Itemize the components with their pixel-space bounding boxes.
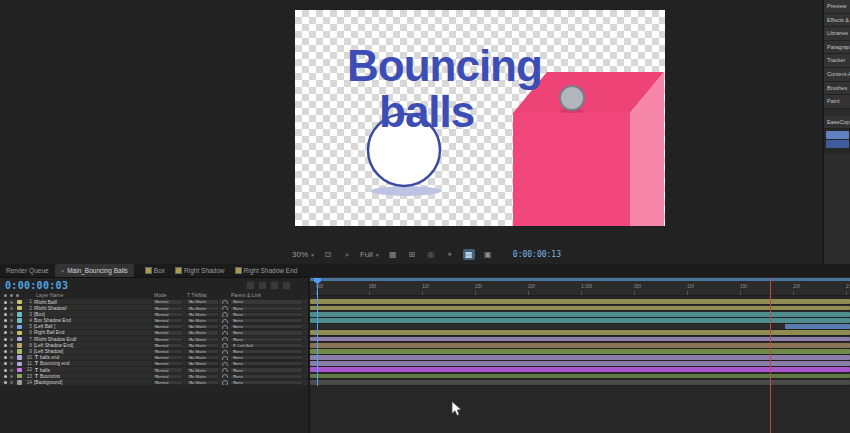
fit-icon[interactable]: ⊡ [322, 249, 334, 260]
layer-name[interactable]: [Left Shadow] [34, 349, 63, 354]
eye-icon[interactable] [4, 313, 7, 316]
panel-tab-content-aw[interactable]: Content-Aw [824, 68, 850, 82]
mask-visibility-icon[interactable]: ◎ [425, 249, 437, 260]
layer-duration-bar[interactable] [785, 324, 850, 329]
parent-dropdown[interactable]: None▼ [230, 306, 303, 311]
lock-icon[interactable] [10, 356, 13, 359]
lock-icon[interactable] [10, 350, 13, 353]
layer-name[interactable]: Right Ball End [34, 330, 64, 335]
layer-name[interactable]: [Right Shadow] [34, 306, 67, 311]
lock-icon[interactable] [10, 338, 13, 341]
lock-icon[interactable] [10, 325, 13, 328]
mode-dropdown[interactable]: Normal▼ [152, 337, 183, 342]
lock-icon[interactable] [10, 375, 13, 378]
comp-tab-box[interactable]: Box [140, 264, 170, 277]
eye-icon[interactable] [4, 338, 7, 341]
resolution-select[interactable]: Full▼ [360, 250, 380, 259]
easecopy-button[interactable] [826, 140, 849, 148]
layer-name[interactable]: [Right Shadow End] [34, 337, 76, 342]
trkmat-dropdown[interactable]: No Matte▼ [186, 343, 219, 348]
trkmat-dropdown[interactable]: No Matte▼ [186, 337, 219, 342]
layer-label-swatch[interactable] [17, 355, 22, 360]
layer-name[interactable]: [Right Ball] [34, 300, 57, 305]
eye-icon[interactable] [4, 325, 7, 328]
camera-icon[interactable]: ▣ [482, 249, 494, 260]
eye-icon[interactable] [4, 307, 7, 310]
layer-duration-bar[interactable] [310, 337, 850, 342]
layer-duration-bar[interactable] [310, 318, 850, 323]
lock-icon[interactable] [10, 381, 13, 384]
layer-label-swatch[interactable] [17, 343, 22, 348]
eye-icon[interactable] [4, 356, 7, 359]
guides-icon[interactable]: ⊞ [406, 249, 418, 260]
mode-dropdown[interactable]: Normal▼ [152, 361, 183, 366]
parent-header[interactable]: Parent & Link [231, 292, 261, 298]
tab-render-queue[interactable]: Render Queue [0, 264, 55, 277]
current-timecode[interactable]: 0:00:00:03 [5, 280, 68, 291]
layer-row-background[interactable]: 14[Background]Normal▼No Matte▼None▼ [0, 379, 308, 385]
lock-icon[interactable] [10, 369, 13, 372]
layer-duration-bar[interactable] [310, 349, 850, 354]
mode-dropdown[interactable]: Normal▼ [152, 318, 183, 323]
layer-name[interactable]: balls [40, 368, 50, 373]
layer-name[interactable]: [Background] [34, 380, 62, 385]
composition-viewport[interactable]: Bouncing balls [295, 10, 665, 226]
layer-duration-bar[interactable] [310, 306, 850, 311]
layer-label-swatch[interactable] [17, 331, 22, 336]
layer-label-swatch[interactable] [17, 349, 22, 354]
layer-name[interactable]: Box Shadow End [34, 318, 71, 323]
trkmat-dropdown[interactable]: No Matte▼ [186, 367, 219, 372]
layer-duration-bar[interactable] [310, 330, 850, 335]
eye-icon[interactable] [4, 369, 7, 372]
layer-duration-bar[interactable] [310, 312, 850, 317]
zoom-select[interactable]: 30%▼ [292, 250, 315, 259]
trkmat-dropdown[interactable]: No Matte▼ [186, 330, 219, 335]
mode-dropdown[interactable]: Normal▼ [152, 367, 183, 372]
region-of-interest-icon[interactable]: ⌖ [444, 249, 456, 260]
layer-duration-bar[interactable] [310, 374, 850, 379]
time-ruler[interactable]: 00f05f10f15f20f1:00f05f10f15f20f2:00f [310, 281, 850, 296]
magnifier-icon[interactable]: ⌕ [341, 249, 353, 260]
mode-header[interactable]: Mode [154, 292, 167, 298]
grid-icon[interactable]: ▦ [387, 249, 399, 260]
trkmat-dropdown[interactable]: No Matte▼ [186, 324, 219, 329]
parent-dropdown[interactable]: None▼ [230, 312, 303, 317]
layer-duration-bar[interactable] [310, 367, 850, 372]
trkmat-dropdown[interactable]: No Matte▼ [186, 349, 219, 354]
eye-icon[interactable] [4, 319, 7, 322]
layer-duration-bar[interactable] [310, 343, 850, 348]
parent-dropdown[interactable]: None▼ [230, 337, 303, 342]
layer-label-swatch[interactable] [17, 374, 22, 379]
eye-icon[interactable] [4, 344, 7, 347]
layer-label-swatch[interactable] [17, 300, 22, 305]
mode-dropdown[interactable]: Normal▼ [152, 299, 183, 304]
eye-icon[interactable] [4, 362, 7, 365]
parent-dropdown[interactable]: None▼ [230, 361, 303, 366]
mode-dropdown[interactable]: Normal▼ [152, 306, 183, 311]
transparency-grid-icon[interactable]: ▩ [463, 249, 475, 260]
mode-dropdown[interactable]: Normal▼ [152, 355, 183, 360]
layer-duration-bar[interactable] [310, 361, 850, 366]
lock-icon[interactable] [10, 319, 13, 322]
comp-tab-right-shadow[interactable]: Right Shadow [170, 264, 229, 277]
parent-dropdown[interactable]: None▼ [230, 324, 303, 329]
panel-tab-brushes[interactable]: Brushes [824, 82, 850, 96]
trkmat-dropdown[interactable]: No Matte▼ [186, 318, 219, 323]
trkmat-header[interactable]: T TrkMat [187, 292, 207, 298]
motion-blur-toggle-icon[interactable] [270, 281, 279, 290]
layer-name[interactable]: [Left Shadow End] [34, 343, 73, 348]
layer-label-swatch[interactable] [17, 318, 22, 323]
comp-tab-right-shadow-end[interactable]: Right Shadow End [230, 264, 303, 277]
panel-tab-easecopy[interactable]: EaseCopy [824, 116, 850, 130]
parent-dropdown[interactable]: None▼ [230, 355, 303, 360]
lock-icon[interactable] [10, 313, 13, 316]
mode-dropdown[interactable]: Normal▼ [152, 330, 183, 335]
lock-icon[interactable] [10, 362, 13, 365]
layer-label-swatch[interactable] [17, 325, 22, 330]
layer-duration-bar[interactable] [310, 380, 850, 385]
panel-tab-effects-pr[interactable]: Effects & Pr [824, 14, 850, 28]
playhead[interactable] [317, 278, 318, 386]
eye-icon[interactable] [4, 301, 7, 304]
parent-dropdown[interactable]: None▼ [230, 367, 303, 372]
layer-label-swatch[interactable] [17, 337, 22, 342]
